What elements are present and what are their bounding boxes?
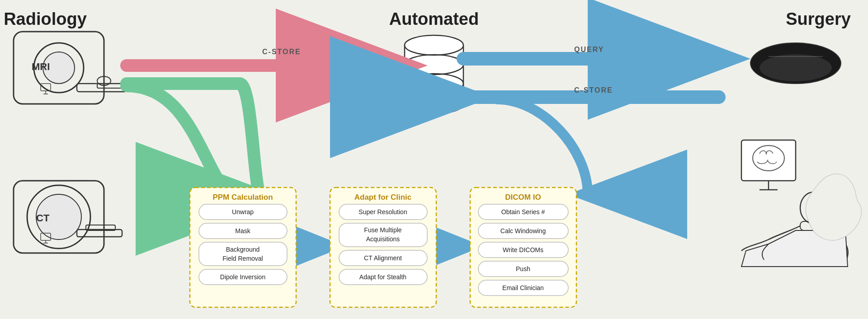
- svg-point-23: [405, 35, 463, 55]
- svg-text:PPM Calculation: PPM Calculation: [212, 193, 273, 202]
- svg-text:Adapt for Stealth: Adapt for Stealth: [359, 273, 406, 281]
- svg-text:C-STORE: C-STORE: [574, 86, 613, 94]
- svg-text:Acquisitions: Acquisitions: [366, 235, 400, 243]
- svg-text:MRI: MRI: [32, 61, 50, 72]
- main-container: Radiology Automated Surgery MRI: [0, 0, 868, 319]
- svg-text:Write DICOMs: Write DICOMs: [503, 246, 543, 253]
- state-outline: [806, 174, 861, 240]
- svg-text:Unwrap: Unwrap: [232, 208, 254, 216]
- surgical-lamp: [750, 43, 841, 84]
- diagram-svg: Radiology Automated Surgery MRI: [0, 0, 868, 319]
- radiology-title: Radiology: [4, 9, 87, 28]
- svg-text:DICOM IO: DICOM IO: [505, 193, 541, 202]
- svg-text:Background: Background: [226, 246, 260, 253]
- svg-text:CT Alignment: CT Alignment: [364, 254, 402, 262]
- surgery-title: Surgery: [786, 9, 851, 28]
- automated-title: Automated: [389, 9, 479, 28]
- svg-text:Adapt for Clinic: Adapt for Clinic: [354, 193, 412, 202]
- ct-machine: CT: [14, 181, 122, 253]
- svg-text:CT: CT: [36, 212, 50, 224]
- svg-text:C-STORE: C-STORE: [262, 48, 301, 56]
- svg-point-71: [760, 54, 832, 81]
- svg-point-26: [405, 94, 463, 114]
- svg-text:Push: Push: [516, 265, 530, 272]
- svg-rect-73: [741, 140, 796, 181]
- svg-text:Super Resolution: Super Resolution: [359, 208, 407, 216]
- svg-rect-5: [97, 84, 122, 88]
- svg-rect-7: [41, 84, 51, 91]
- svg-text:Obtain Series #: Obtain Series #: [501, 208, 545, 216]
- svg-text:Calc Windowing: Calc Windowing: [500, 227, 546, 235]
- svg-text:Mask: Mask: [235, 227, 250, 235]
- svg-text:Field Removal: Field Removal: [222, 255, 263, 262]
- svg-text:Dipole Inversion: Dipole Inversion: [220, 273, 265, 281]
- svg-text:Fuse Multiple: Fuse Multiple: [364, 226, 401, 234]
- svg-text:Email Clinician: Email Clinician: [502, 284, 544, 291]
- svg-text:QUERY: QUERY: [574, 46, 604, 53]
- database-cylinder: [405, 35, 463, 114]
- mri-machine: MRI: [14, 32, 127, 104]
